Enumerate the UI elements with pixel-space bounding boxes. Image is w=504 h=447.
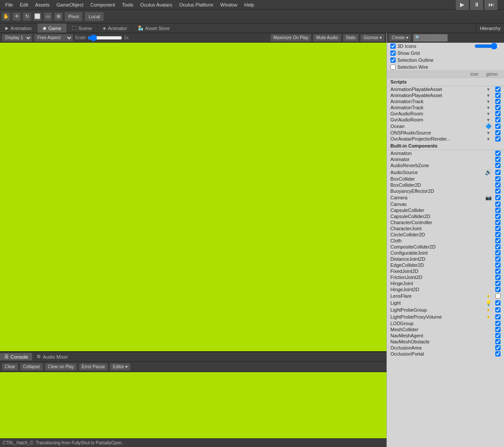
collapse-button[interactable]: Collapse (20, 363, 43, 371)
builtin-check-Canvas[interactable] (495, 202, 501, 207)
builtin-check-HingeJoint2D[interactable] (495, 287, 501, 292)
rect-tool[interactable]: ▭ (44, 12, 52, 21)
builtin-check-OcclusionPortal[interactable] (495, 351, 501, 356)
builtin-check-FixedJoint2D[interactable] (495, 269, 501, 274)
menu-oculus-avatars[interactable]: Oculus Avatars (137, 1, 176, 8)
builtin-check-CircleCollider2D[interactable] (495, 232, 501, 237)
pivot-button[interactable]: Pivot (64, 12, 83, 21)
script-check-9[interactable] (495, 136, 501, 141)
show-grid-checkbox[interactable] (390, 50, 396, 56)
script-check-8[interactable] (495, 130, 501, 135)
builtin-check-LODGroup[interactable] (495, 321, 501, 326)
move-tool[interactable]: ✛ (12, 12, 21, 21)
builtin-AudioSource: AudioSource 🔊 (387, 168, 504, 176)
menu-gameobject[interactable]: GameObject (53, 1, 87, 8)
clear-on-play-button[interactable]: Clear on Play (45, 363, 77, 371)
menu-window[interactable]: Window (217, 1, 241, 8)
tab-scene[interactable]: ⛶ Scene (67, 24, 97, 33)
builtin-check-LensFlare[interactable] (495, 293, 501, 299)
builtin-check-CompositeCollider2D[interactable] (495, 244, 501, 249)
builtin-check-HingeJoint[interactable] (495, 281, 501, 286)
selection-wire-checkbox[interactable] (390, 64, 396, 70)
mute-audio-button[interactable]: Mute Audio (313, 34, 341, 42)
maximize-on-play-button[interactable]: Maximize On Play (270, 34, 312, 42)
builtin-check-BoxCollider[interactable] (495, 176, 501, 181)
hand-tool[interactable]: ✋ (2, 12, 10, 21)
builtin-DistanceJoint2D: DistanceJoint2D (387, 256, 504, 262)
menu-edit[interactable]: Edit (17, 1, 32, 8)
tab-asset-store[interactable]: 🏪 Asset Store (133, 24, 175, 33)
pause-button[interactable]: ⏸ (470, 0, 484, 10)
builtin-check-BoxCollider2D[interactable] (495, 182, 501, 188)
hierarchy-search[interactable] (413, 34, 448, 42)
builtin-check-MeshCollider[interactable] (495, 327, 501, 332)
builtin-check-LightProbeGroup[interactable] (495, 307, 501, 313)
builtin-check-OcclusionArea[interactable] (495, 345, 501, 350)
stats-button[interactable]: Stats (343, 34, 359, 42)
transform-tool[interactable]: ⊞ (54, 12, 63, 21)
selection-outline-row: Selection Outline (387, 57, 504, 64)
menu-oculus-platform[interactable]: Oculus Platform (176, 1, 217, 8)
builtin-check-ConfigurableJoint[interactable] (495, 250, 501, 255)
script-check-1[interactable] (495, 87, 501, 92)
play-button[interactable]: ▶ (455, 0, 469, 10)
3d-icons-checkbox[interactable] (390, 44, 396, 49)
builtin-check-BuoyancyEffector2D[interactable] (495, 188, 501, 194)
tab-game[interactable]: ◉ Game (37, 24, 67, 33)
builtin-check-Animation[interactable] (495, 151, 501, 156)
menu-file[interactable]: File (2, 1, 17, 8)
builtin-OcclusionPortal: OcclusionPortal (387, 351, 504, 357)
editor-dropdown-button[interactable]: Editor ▾ (110, 363, 131, 371)
create-button[interactable]: Create ▾ (389, 34, 411, 42)
script-check-5[interactable] (495, 111, 501, 116)
builtin-check-CharacterController[interactable] (495, 220, 501, 225)
error-pause-button[interactable]: Error Pause (79, 363, 108, 371)
clear-button[interactable]: Clear (2, 363, 18, 371)
rotate-tool[interactable]: ↻ (23, 12, 31, 21)
script-check-6[interactable] (495, 117, 501, 122)
aspect-select[interactable]: Free Aspect (34, 34, 73, 42)
tab-animator[interactable]: ◈ Animator (97, 24, 133, 33)
menu-help[interactable]: Help (241, 1, 258, 8)
builtin-check-EdgeCollider2D[interactable] (495, 262, 501, 268)
script-check-2[interactable] (495, 93, 501, 98)
builtin-check-FrictionJoint2D[interactable] (495, 275, 501, 280)
builtin-check-AudioReverbZone[interactable] (495, 163, 501, 168)
icon-col-header: icon (466, 72, 483, 77)
builtin-check-Camera[interactable] (495, 195, 501, 200)
scale-tool[interactable]: ⬜ (33, 12, 42, 21)
builtin-check-LightProbeProxyVolume[interactable] (495, 314, 501, 319)
menu-component[interactable]: Component (87, 1, 118, 8)
scripts-section-header: Scripts (387, 78, 504, 86)
builtin-check-Cloth[interactable] (495, 238, 501, 243)
builtin-check-DistanceJoint2D[interactable] (495, 256, 501, 262)
selection-outline-checkbox[interactable] (390, 57, 396, 63)
script-check-7[interactable] (495, 124, 501, 129)
builtin-check-AudioSource[interactable] (495, 170, 501, 175)
builtin-check-CapsuleCollider[interactable] (495, 208, 501, 213)
builtin-check-Light[interactable] (495, 300, 501, 306)
builtin-check-CharacterJoint[interactable] (495, 226, 501, 231)
menu-tools[interactable]: Tools (118, 1, 137, 8)
builtin-AudioReverbZone: AudioReverbZone (387, 162, 504, 168)
builtin-check-NavMeshObstacle[interactable] (495, 339, 501, 344)
builtin-CompositeCollider2D: CompositeCollider2D (387, 244, 504, 250)
scale-slider[interactable] (87, 35, 122, 40)
menu-assets[interactable]: Assets (32, 1, 53, 8)
tab-animation[interactable]: ▶ Animation (0, 24, 37, 33)
script-check-4[interactable] (495, 105, 501, 110)
display-select[interactable]: Display 1 (2, 34, 32, 42)
audio-mixer-tab[interactable]: ⚙ Audio Mixer (32, 353, 72, 360)
console-tab[interactable]: ☰ Console (0, 353, 32, 360)
builtin-HingeJoint2D: HingeJoint2D (387, 286, 504, 292)
gizmos-button[interactable]: Gizmos ▾ (360, 34, 385, 42)
step-button[interactable]: ⏭ (484, 0, 498, 10)
local-button[interactable]: Local (84, 12, 104, 21)
builtin-check-NavMeshAgent[interactable] (495, 333, 501, 338)
hierarchy-tab-label[interactable]: Hierarchy (480, 26, 501, 31)
script-check-3[interactable] (495, 99, 501, 104)
gizmo-col-header: gizmo (483, 72, 501, 77)
builtin-check-CapsuleCollider2D[interactable] (495, 214, 501, 219)
builtin-check-Animator[interactable] (495, 157, 501, 162)
3d-icons-slider[interactable] (474, 44, 501, 49)
